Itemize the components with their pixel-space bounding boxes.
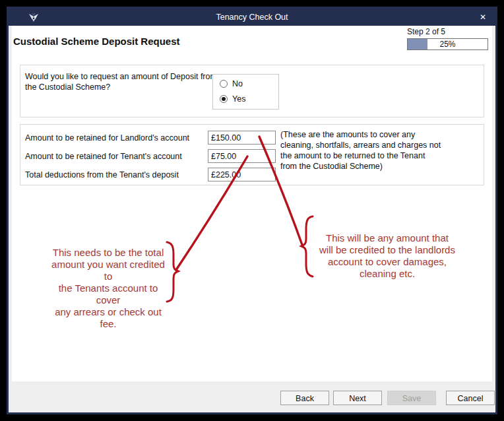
tenant-amount-label: Amount to be retained for Tenant's accou… <box>25 152 182 161</box>
cancel-button[interactable]: Cancel <box>446 391 495 405</box>
annotation-line: This will be any amount that <box>315 232 459 244</box>
radio-label-no: No <box>232 79 243 88</box>
radio-label-yes: Yes <box>232 94 245 104</box>
progress-percent: 25% <box>408 39 488 49</box>
radio-option-yes[interactable]: Yes <box>220 94 245 104</box>
deposit-radio-group: No Yes <box>212 74 279 110</box>
tenant-annotation: This needs to be the total amount you wa… <box>49 247 167 330</box>
landlord-annotation: This will be any amount that will be cre… <box>315 232 459 280</box>
page-title: Custodial Scheme Deposit Request <box>13 36 180 47</box>
total-deductions-input[interactable] <box>208 168 276 181</box>
note-line: from the Custodial Scheme) <box>280 161 441 172</box>
tenant-amount-input[interactable] <box>208 149 276 163</box>
note-line: cleaning, shortfalls, arrears and charge… <box>280 140 441 150</box>
radio-button-no[interactable] <box>220 80 228 88</box>
total-deductions-label: Total deductions from the Tenant's depos… <box>25 170 179 179</box>
annotation-line: cleaning etc. <box>315 268 459 280</box>
annotation-line: amount you want credited to <box>49 259 167 282</box>
back-button[interactable]: Back <box>280 391 329 405</box>
annotation-line: This needs to be the total <box>49 247 167 259</box>
note-line: (These are the amounts to cover any <box>280 129 441 140</box>
save-button[interactable]: Save <box>387 391 436 405</box>
annotation-line: account to cover damages, <box>315 256 459 268</box>
window-title: Tenancy Check Out <box>9 9 495 26</box>
amounts-note: (These are the amounts to cover any clea… <box>280 129 441 172</box>
radio-button-yes[interactable] <box>220 95 228 103</box>
window-body: Tenancy Check Out ✕ Custodial Scheme Dep… <box>9 9 495 412</box>
landlord-amount-input[interactable] <box>208 131 276 145</box>
annotation-line: any arrears or check out fee. <box>49 306 167 330</box>
note-line: the amount to be returned to the Tenant <box>280 150 441 161</box>
title-bar[interactable]: Tenancy Check Out ✕ <box>9 9 495 26</box>
next-button[interactable]: Next <box>333 391 382 405</box>
question-label: Would you like to request an amount of D… <box>25 71 218 92</box>
annotation-line: will be credited to the landlords <box>315 244 459 256</box>
radio-option-no[interactable]: No <box>220 79 243 88</box>
landlord-amount-label: Amount to be retained for Landlord's acc… <box>25 133 189 143</box>
progress-bar: 25% <box>407 38 488 50</box>
close-icon[interactable]: ✕ <box>477 11 489 23</box>
tenancy-checkout-window: Tenancy Check Out ✕ Custodial Scheme Dep… <box>7 7 497 414</box>
step-indicator: Step 2 of 5 <box>407 27 445 36</box>
annotation-line: the Tenants account to cover <box>49 282 167 306</box>
